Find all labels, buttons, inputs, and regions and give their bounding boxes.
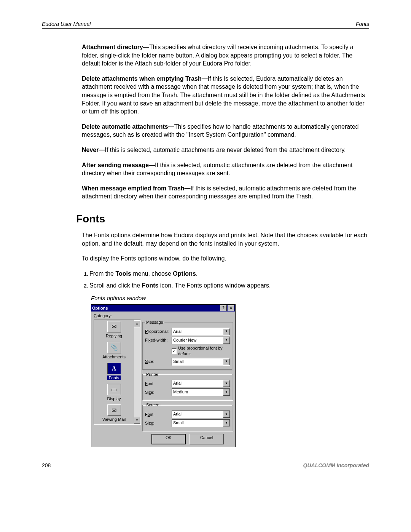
chevron-down-icon[interactable]: ▼: [223, 380, 230, 387]
header-right: Fonts: [356, 21, 369, 27]
combo-fixed[interactable]: Courier New ▼: [172, 337, 230, 344]
fonts-intro: The Fonts options determine how Eudora d…: [82, 231, 369, 248]
cat-fonts[interactable]: A Fonts: [94, 362, 134, 383]
steps-list: From the Tools menu, choose Options. Scr…: [82, 270, 369, 290]
bold-never: Never—: [82, 147, 105, 153]
settings-column: Message Proportional: Arial ▼ Fixed-widt…: [142, 320, 233, 444]
chevron-down-icon[interactable]: ▼: [223, 420, 230, 427]
legend-message: Message: [145, 320, 164, 325]
dialog-titlebar[interactable]: Options ? ×: [91, 305, 235, 312]
val-msg-size: Small: [172, 358, 223, 365]
group-screen: Screen Font: Arial ▼ Size:: [142, 402, 233, 431]
chevron-down-icon[interactable]: ▼: [223, 328, 230, 335]
combo-printer-size[interactable]: Medium ▼: [172, 388, 230, 396]
label-screen-font: Font:: [145, 412, 172, 417]
val-fixed: Courier New: [172, 337, 223, 344]
para-never: Never—If this is selected, automatic att…: [82, 146, 369, 154]
combo-proportional[interactable]: Arial ▼: [172, 328, 230, 335]
label-printer-font: Font:: [145, 381, 172, 387]
checkbox-proportional[interactable]: ✓: [172, 348, 177, 354]
legend-screen: Screen: [145, 402, 161, 408]
scroll-track[interactable]: [134, 327, 140, 417]
para-delete-trash: Delete attachments when emptying Trash—I…: [82, 75, 369, 116]
combo-printer-font[interactable]: Arial ▼: [172, 380, 230, 387]
cancel-button[interactable]: Cancel: [190, 434, 224, 444]
val-printer-size: Medium: [172, 389, 223, 396]
header-left: Eudora User Manual: [42, 21, 91, 27]
step1-b1: Tools: [115, 270, 131, 277]
cat-viewing-mail[interactable]: ✉ Viewing Mail: [94, 403, 134, 424]
bold-emptied: When message emptied from Trash—: [82, 185, 190, 192]
scroll-down-icon[interactable]: ▼: [134, 417, 140, 424]
cat-attachments[interactable]: 📎 Attachments: [94, 341, 134, 362]
display-icon: ▭: [107, 384, 121, 395]
cat-attachments-label: Attachments: [102, 355, 126, 359]
row-screen-font: Font: Arial ▼: [145, 411, 230, 418]
category-items: ✉ Replying 📎 Attachments A Fonts: [94, 320, 134, 424]
bold-after-send: After sending message—: [82, 162, 155, 168]
legend-printer: Printer: [145, 372, 159, 377]
row-proportional: Proportional: Arial ▼: [145, 328, 230, 335]
dialog-button-row: OK Cancel: [142, 434, 233, 444]
cat-replying[interactable]: ✉ Replying: [94, 320, 134, 341]
figure-caption: Fonts options window: [91, 294, 369, 302]
close-icon[interactable]: ×: [228, 305, 234, 311]
category-scrollbar[interactable]: ▲ ▼: [134, 320, 140, 424]
row-screen-size: Size: Small ▼: [145, 419, 230, 427]
bold-attachment-dir: Attachment directory—: [82, 44, 149, 50]
step2-post: icon. The Fonts options window appears.: [158, 282, 271, 289]
cat-display-label: Display: [107, 396, 121, 401]
row-printer-size: Size: Medium ▼: [145, 388, 230, 396]
ok-button[interactable]: OK: [151, 434, 186, 444]
label-printer-size: Size:: [145, 390, 172, 395]
combo-screen-size[interactable]: Small ▼: [172, 419, 230, 427]
dialog-body: Category: ✉ Replying 📎 Attac: [91, 312, 235, 447]
para-emptied: When message emptied from Trash—If this …: [82, 184, 369, 201]
fonts-section: The Fonts options determine how Eudora d…: [82, 231, 369, 447]
help-icon[interactable]: ?: [220, 305, 227, 311]
category-column: ✉ Replying 📎 Attachments A Fonts: [94, 320, 140, 444]
group-message: Message Proportional: Arial ▼ Fixed-widt…: [142, 320, 233, 370]
val-printer-font: Arial: [172, 380, 223, 387]
section-heading-fonts: Fonts: [76, 213, 369, 225]
step2-b: Fonts: [142, 282, 159, 289]
step-2: Scroll and click the Fonts icon. The Fon…: [89, 281, 369, 290]
group-printer: Printer Font: Arial ▼ Size:: [142, 372, 233, 401]
cat-display[interactable]: ▭ Display: [94, 383, 134, 404]
cat-fonts-label: Fonts: [107, 375, 121, 380]
manual-page: Eudora User Manual Fonts Attachment dire…: [0, 0, 411, 484]
step1-pre: From the: [89, 270, 115, 277]
fonts-icon: A: [107, 363, 121, 374]
scroll-up-icon[interactable]: ▲: [134, 320, 140, 327]
row-msg-size: Size: Small ▼: [145, 358, 230, 366]
row-printer-font: Font: Arial ▼: [145, 380, 230, 387]
viewing-mail-icon: ✉: [107, 404, 121, 416]
step1-mid: menu, choose: [131, 270, 173, 277]
para-after-send: After sending message—If this is selecte…: [82, 161, 369, 177]
chevron-down-icon[interactable]: ▼: [223, 389, 230, 396]
bold-delete-trash: Delete attachments when emptying Trash—: [82, 75, 208, 82]
body-text-block: Attachment directory—This specifies what…: [82, 43, 369, 201]
row-fixed: Fixed-width: Courier New ▼: [145, 337, 230, 344]
label-fixed: Fixed-width:: [145, 337, 172, 343]
label-screen-size: Size:: [145, 420, 172, 426]
page-number: 208: [42, 462, 51, 468]
para-attachment-dir: Attachment directory—This specifies what…: [82, 43, 369, 68]
chevron-down-icon[interactable]: ▼: [223, 358, 230, 365]
step1-post: .: [196, 270, 198, 277]
para-delete-auto: Delete automatic attachments—This specif…: [82, 123, 369, 139]
combo-msg-size[interactable]: Small ▼: [172, 358, 230, 366]
bold-delete-auto: Delete automatic attachments—: [82, 123, 174, 130]
footer-corp: QUALCOMM Incorporated: [303, 462, 369, 468]
row-checkbox-proportional[interactable]: ✓ Use proportional font by default: [172, 345, 230, 357]
combo-screen-font[interactable]: Arial ▼: [172, 411, 230, 418]
step1-b2: Options: [173, 270, 196, 277]
label-proportional: Proportional:: [145, 329, 172, 334]
step2-pre: Scroll and click the: [89, 282, 142, 289]
page-header: Eudora User Manual Fonts: [42, 21, 369, 29]
attachments-icon: 📎: [107, 342, 121, 353]
chevron-down-icon[interactable]: ▼: [223, 337, 230, 344]
dialog-main: ✉ Replying 📎 Attachments A Fonts: [94, 320, 233, 444]
category-list[interactable]: ✉ Replying 📎 Attachments A Fonts: [94, 320, 141, 425]
chevron-down-icon[interactable]: ▼: [223, 411, 230, 418]
